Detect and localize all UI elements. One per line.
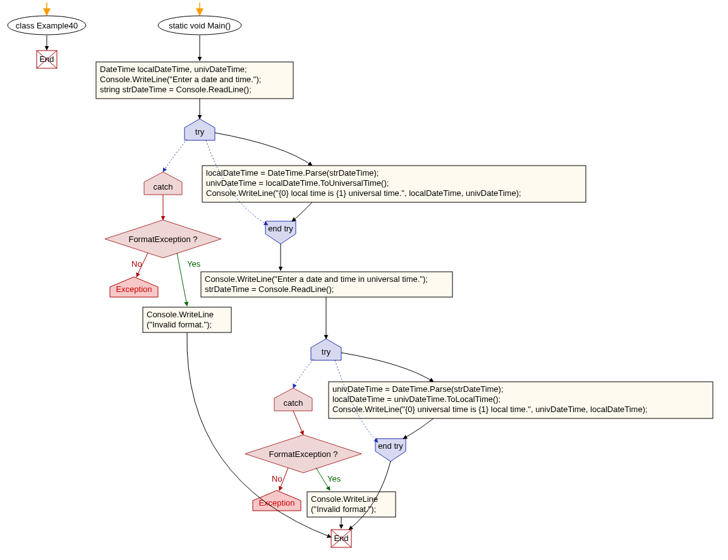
exc2-label: Exception (258, 498, 294, 508)
cbody1-l2: ("Invalid format."); (147, 320, 212, 329)
svg-text:End: End (39, 54, 54, 64)
endtry1-label: end try (268, 224, 293, 233)
end-terminal-main: End (331, 530, 351, 547)
block1-line2: Console.WriteLine("Enter a date and time… (100, 75, 261, 84)
class-label: class Example40 (16, 21, 78, 30)
exc1-label: Exception (116, 284, 152, 294)
block2-l2: strDateTime = Console.ReadLine(); (205, 284, 334, 294)
try2-to-body-edge (341, 353, 434, 382)
try1-to-body-edge (215, 133, 312, 166)
dec1-yes-edge (177, 253, 187, 306)
cbody1-l1: Console.WriteLine (147, 310, 214, 319)
try1-label: try (195, 127, 205, 137)
block1-line1: DateTime localDateTime, univDateTime; (100, 64, 247, 74)
dec1-no-label: No (131, 259, 142, 269)
catch2-label: catch (283, 398, 303, 408)
block1-line3: string strDateTime = Console.ReadLine(); (100, 85, 252, 94)
end-terminal-class: End (37, 51, 57, 68)
tryb2-l2: localDateTime = univDateTime.ToLocalTime… (332, 394, 500, 404)
tryb1-l3: Console.WriteLine("{0} local time is {1}… (206, 188, 521, 198)
endtry2-label: end try (378, 441, 403, 451)
svg-text:End: End (334, 533, 348, 543)
trybody1-to-endtry1-edge (292, 202, 312, 221)
trybody2-to-endtry2-edge (403, 418, 434, 439)
dec1-label: FormatException ? (128, 234, 197, 244)
tryb1-l1: localDateTime = DateTime.Parse(strDateTi… (206, 168, 379, 178)
tryb2-l3: Console.WriteLine("{0} universal time is… (332, 405, 648, 414)
catch2-to-dec2-edge (293, 411, 303, 435)
catch1-label: catch (153, 182, 173, 192)
dec2-label: FormatException ? (269, 449, 337, 459)
main-label: static void Main() (169, 21, 231, 30)
try2-to-catch2-edge (293, 359, 313, 388)
cbody2-l1: Console.WriteLine (311, 494, 378, 504)
dec2-yes-label: Yes (327, 474, 341, 484)
dec1-yes-label: Yes (187, 259, 201, 269)
block2-l1: Console.WriteLine("Enter a date and time… (205, 274, 428, 284)
try1-to-catch1-edge (163, 139, 187, 172)
tryb1-l2: univDateTime = localDateTime.ToUniversal… (206, 178, 389, 188)
dec2-no-label: No (272, 474, 282, 484)
tryb2-l1: univDateTime = DateTime.Parse(strDateTim… (332, 384, 504, 394)
try2-label: try (322, 347, 331, 356)
